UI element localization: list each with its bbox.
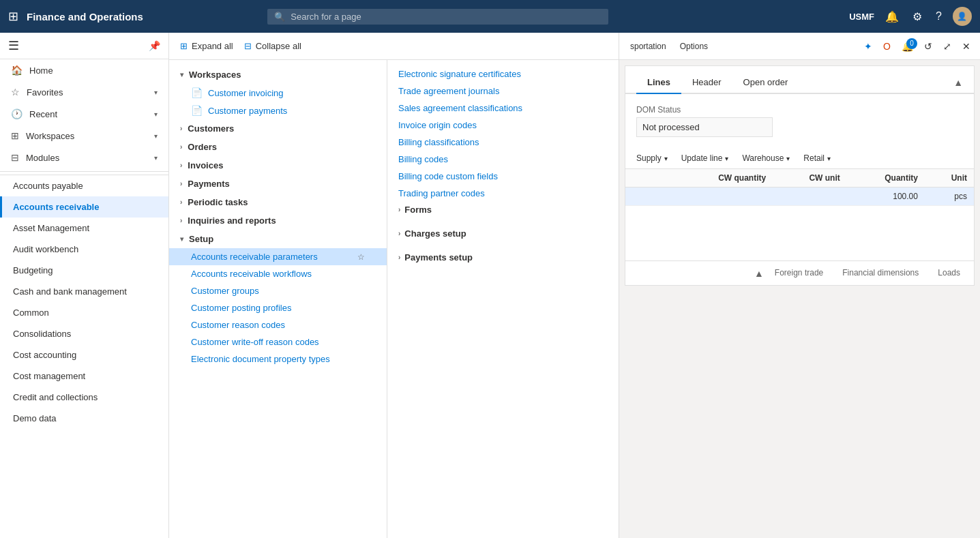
customize-icon[interactable]: ✦ [860, 38, 876, 55]
bottom-tab-loads[interactable]: Loads [930, 264, 968, 283]
chevron-supply: ▾ [664, 155, 668, 162]
bottom-tab-financial-dimensions[interactable]: Financial dimensions [834, 264, 927, 283]
transportation-button[interactable]: sportation [625, 39, 672, 54]
flyout-item-customer-reason-codes[interactable]: Customer reason codes [169, 316, 387, 333]
flyout-section-payments[interactable]: › Payments [169, 175, 387, 193]
expand-all-button[interactable]: ⊞ Expand all [180, 41, 233, 51]
flyout-item-ar-workflows[interactable]: Accounts receivable workflows [169, 265, 387, 282]
hamburger-icon[interactable]: ☰ [8, 38, 19, 53]
flyout-right-header-charges-setup[interactable]: › Charges setup [398, 226, 608, 241]
expand-bottom-btn[interactable]: ▲ [754, 268, 764, 279]
help-icon[interactable]: ? [933, 8, 945, 25]
flyout-item-label-customer-posting-profiles: Customer posting profiles [191, 303, 291, 313]
sidebar-module-demo-data[interactable]: Demo data [0, 408, 168, 429]
flyout-right-section-forms: › Forms [398, 202, 608, 218]
flyout-item-label-customer-invoicing: Customer invoicing [208, 88, 284, 98]
sidebar-module-accounts-receivable[interactable]: Accounts receivable [0, 196, 168, 218]
options-button[interactable]: Options [674, 39, 713, 54]
flyout-chevron-invoices: › [180, 162, 182, 169]
table-row[interactable]: 100.00pcs [625, 188, 974, 206]
sidebar-nav-workspaces[interactable]: ⊞ Workspaces ▾ [0, 125, 168, 147]
flyout-item-customer-posting-profiles[interactable]: Customer posting profiles [169, 299, 387, 316]
flyout-right-header-forms[interactable]: › Forms [398, 202, 608, 218]
sidebar-module-cost-accounting[interactable]: Cost accounting [0, 344, 168, 365]
sidebar-module-credit-collections[interactable]: Credit and collections [0, 387, 168, 408]
flyout-item-label-customer-writeoff-codes: Customer write-off reason codes [191, 337, 319, 347]
lines-toolbar-update-line[interactable]: Update line ▾ [676, 151, 734, 166]
flyout-right-chevron-charges-setup: › [398, 230, 400, 237]
flyout-item-customer-writeoff-codes[interactable]: Customer write-off reason codes [169, 333, 387, 350]
lines-toolbar-supply[interactable]: Supply ▾ [631, 151, 673, 166]
sidebar-nav-recent[interactable]: 🕐 Recent ▾ [0, 103, 168, 125]
tab-open-order[interactable]: Open order [732, 72, 799, 94]
lines-toolbar-label-retail: Retail [803, 153, 825, 163]
flyout-section-setup[interactable]: ▾ Setup [169, 230, 387, 248]
flyout-section-periodic-tasks[interactable]: › Periodic tasks [169, 193, 387, 211]
sidebar-nav-modules[interactable]: ⊟ Modules ▾ [0, 147, 168, 168]
col-header-cw-unit: CW unit [773, 169, 847, 188]
sidebar-module-accounts-payable[interactable]: Accounts payable [0, 175, 168, 196]
sidebar-module-audit-workbench[interactable]: Audit workbench [0, 239, 168, 260]
flyout-section-invoices[interactable]: › Invoices [169, 156, 387, 175]
sidebar-module-cash-bank-management[interactable]: Cash and bank management [0, 281, 168, 302]
flyout-right-link-electronic-signature-certificates[interactable]: Electronic signature certificates [398, 65, 608, 83]
flyout-right-section-label-charges-setup: Charges setup [404, 228, 466, 239]
sidebar-module-cost-management[interactable]: Cost management [0, 365, 168, 387]
bottom-tab-foreign-trade[interactable]: Foreign trade [767, 264, 831, 283]
refresh-icon[interactable]: ↺ [920, 38, 936, 55]
flyout-section-label-periodic-tasks: Periodic tasks [188, 197, 248, 207]
settings-icon[interactable]: ⚙ [910, 8, 925, 26]
flyout-item-label-ar-workflows: Accounts receivable workflows [191, 269, 312, 279]
avatar[interactable]: 👤 [953, 7, 972, 26]
notification-icon[interactable]: 🔔 [882, 8, 902, 26]
sidebar-nav-home[interactable]: 🏠 Home [0, 59, 168, 81]
flyout-item-customer-groups[interactable]: Customer groups [169, 282, 387, 299]
office-icon[interactable]: O [879, 38, 895, 55]
favorites-nav-icon: ☆ [11, 87, 20, 98]
table-col-empty [648, 169, 670, 188]
flyout-right-link-billing-codes[interactable]: Billing codes [398, 151, 608, 168]
tab-lines[interactable]: Lines [636, 72, 681, 94]
flyout-section-inquiries-reports[interactable]: › Inquiries and reports [169, 211, 387, 230]
flyout-chevron-payments: › [180, 180, 182, 188]
pin-icon[interactable]: 📌 [149, 40, 160, 51]
flyout-right-link-billing-code-custom-fields[interactable]: Billing code custom fields [398, 168, 608, 185]
flyout-item-ar-parameters[interactable]: Accounts receivable parameters☆ [169, 248, 387, 265]
flyout-right-link-billing-classifications[interactable]: Billing classifications [398, 134, 608, 151]
flyout-item-label-electronic-doc-property: Electronic document property types [191, 354, 330, 364]
flyout-panel: ⊞ Expand all ⊟ Collapse all ▾ Workspaces… [169, 33, 619, 538]
collapse-all-button[interactable]: ⊟ Collapse all [244, 41, 301, 51]
flyout-section-customers[interactable]: › Customers [169, 119, 387, 138]
flyout-right-link-invoice-origin-codes[interactable]: Invoice origin codes [398, 117, 608, 134]
lines-toolbar-warehouse[interactable]: Warehouse ▾ [737, 151, 795, 166]
sidebar-module-consolidations[interactable]: Consolidations [0, 323, 168, 344]
flyout-right-link-sales-agreement-classifications[interactable]: Sales agreement classifications [398, 100, 608, 117]
sidebar-module-budgeting[interactable]: Budgeting [0, 260, 168, 281]
collapse-icon: ⊟ [244, 41, 252, 51]
close-icon[interactable]: ✕ [958, 38, 975, 55]
lines-toolbar-retail[interactable]: Retail ▾ [798, 151, 836, 166]
sidebar-module-asset-management[interactable]: Asset Management [0, 218, 168, 239]
tab-header[interactable]: Header [681, 72, 732, 94]
notification-badge-icon[interactable]: 🔔 0 [897, 38, 917, 55]
modules-nav-icon: ⊟ [11, 152, 19, 163]
collapse-section-btn[interactable]: ▲ [953, 77, 963, 88]
recent-nav-icon: 🕐 [11, 108, 23, 119]
grid-icon[interactable]: ⊞ [8, 9, 18, 24]
flyout-section-workspaces[interactable]: ▾ Workspaces [169, 65, 387, 84]
flyout-item-customer-payments[interactable]: 📄Customer payments [169, 102, 387, 119]
sidebar-nav-favorites[interactable]: ☆ Favorites ▾ [0, 81, 168, 103]
sidebar-module-common[interactable]: Common [0, 302, 168, 323]
flyout-right-link-trade-agreement-journals[interactable]: Trade agreement journals [398, 83, 608, 100]
flyout-item-electronic-doc-property[interactable]: Electronic document property types [169, 350, 387, 368]
flyout-item-customer-invoicing[interactable]: 📄Customer invoicing [169, 84, 387, 102]
chevron-warehouse: ▾ [786, 155, 790, 162]
flyout-section-orders[interactable]: › Orders [169, 138, 387, 156]
search-input[interactable] [291, 12, 602, 22]
chevron-modules: ▾ [154, 154, 158, 162]
flyout-right-header-payments-setup[interactable]: › Payments setup [398, 250, 608, 265]
flyout-right-link-trading-partner-codes[interactable]: Trading partner codes [398, 185, 608, 202]
sidebar-nav-label-home: Home [29, 65, 53, 76]
new-window-icon[interactable]: ⤢ [939, 38, 955, 55]
star-icon-ar-parameters[interactable]: ☆ [357, 252, 365, 262]
